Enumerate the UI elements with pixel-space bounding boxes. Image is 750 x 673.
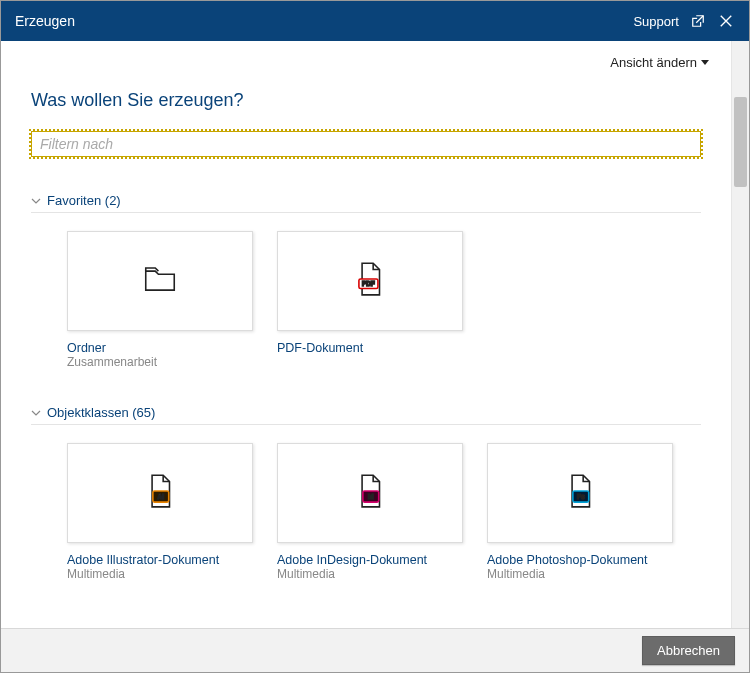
card-tile[interactable]: Ps [487, 443, 673, 543]
change-view-label: Ansicht ändern [610, 55, 697, 70]
card-title: Adobe InDesign-Dokument [277, 553, 463, 567]
card-tile[interactable] [67, 231, 253, 331]
card-tile[interactable]: Id [277, 443, 463, 543]
card-title: Adobe Photoshop-Dokument [487, 553, 673, 567]
titlebar-actions: Support [633, 12, 735, 30]
collapse-icon [31, 196, 41, 206]
card-tile[interactable]: Ai [67, 443, 253, 543]
content-wrap: Ansicht ändern Was wollen Sie erzeugen? … [1, 41, 749, 628]
support-link[interactable]: Support [633, 14, 679, 29]
scrollbar[interactable] [731, 41, 749, 628]
card-tile[interactable]: PDF [277, 231, 463, 331]
filter-input[interactable] [31, 131, 701, 157]
viewbar: Ansicht ändern [1, 41, 731, 78]
caret-down-icon [701, 60, 709, 65]
card-subtitle: Multimedia [277, 567, 463, 581]
card-subtitle: Multimedia [487, 567, 673, 581]
card-subtitle: Multimedia [67, 567, 253, 581]
pdf-icon: PDF [351, 260, 389, 302]
section-classes-label: Objektklassen (65) [47, 405, 155, 420]
section-favorites: Favoriten (2) Ordner Zusammenarbeit [1, 193, 731, 369]
card-folder[interactable]: Ordner Zusammenarbeit [67, 231, 253, 369]
svg-text:Ai: Ai [158, 493, 165, 500]
dialog-title: Erzeugen [15, 13, 633, 29]
section-favorites-label: Favoriten (2) [47, 193, 121, 208]
collapse-icon [31, 408, 41, 418]
section-classes: Objektklassen (65) Ai [1, 405, 731, 581]
svg-text:PDF: PDF [362, 280, 375, 287]
classes-cards: Ai Adobe Illustrator-Dokument Multimedia [31, 443, 701, 581]
change-view-dropdown[interactable]: Ansicht ändern [610, 55, 709, 70]
card-title: Ordner [67, 341, 253, 355]
close-icon[interactable] [717, 12, 735, 30]
titlebar: Erzeugen Support [1, 1, 749, 41]
svg-text:Ps: Ps [577, 493, 585, 500]
card-subtitle: Zusammenarbeit [67, 355, 253, 369]
filter-row [1, 131, 731, 157]
page-heading: Was wollen Sie erzeugen? [1, 78, 731, 131]
dialog-window: Erzeugen Support Ansicht ändern [0, 0, 750, 673]
scrollbar-thumb[interactable] [734, 97, 747, 187]
ps-file-icon: Ps [561, 472, 599, 514]
popout-icon[interactable] [689, 12, 707, 30]
card-ai[interactable]: Ai Adobe Illustrator-Dokument Multimedia [67, 443, 253, 581]
favorites-cards: Ordner Zusammenarbeit PDF [31, 231, 701, 369]
content: Ansicht ändern Was wollen Sie erzeugen? … [1, 41, 731, 628]
ai-file-icon: Ai [141, 472, 179, 514]
id-file-icon: Id [351, 472, 389, 514]
card-pdf[interactable]: PDF PDF-Dokument [277, 231, 463, 369]
section-classes-header[interactable]: Objektklassen (65) [31, 405, 701, 425]
card-id[interactable]: Id Adobe InDesign-Dokument Multimedia [277, 443, 463, 581]
svg-text:Id: Id [368, 493, 374, 500]
card-title: Adobe Illustrator-Dokument [67, 553, 253, 567]
footer: Abbrechen [1, 628, 749, 672]
folder-icon [141, 260, 179, 302]
section-favorites-header[interactable]: Favoriten (2) [31, 193, 701, 213]
card-title: PDF-Dokument [277, 341, 463, 355]
card-ps[interactable]: Ps Adobe Photoshop-Dokument Multimedia [487, 443, 673, 581]
cancel-button[interactable]: Abbrechen [642, 636, 735, 665]
